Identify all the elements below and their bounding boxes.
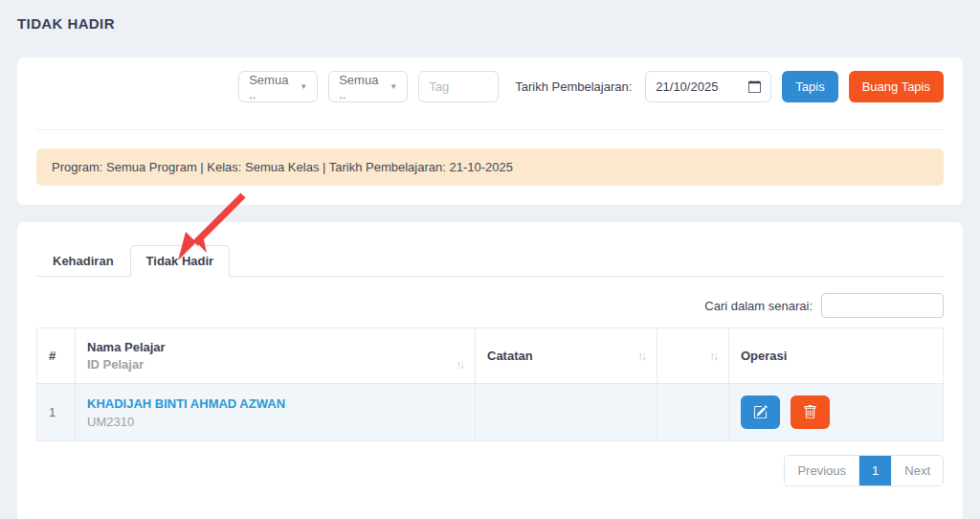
tapis-button[interactable]: Tapis (782, 71, 837, 102)
pagination-page-1[interactable]: 1 (858, 456, 891, 485)
attendance-card: Kehadiran Tidak Hadir Cari dalam senarai… (17, 222, 963, 519)
pencil-square-icon (753, 405, 768, 419)
row-index: 1 (37, 384, 76, 441)
row-blank-cell (657, 384, 729, 441)
filter-row: Semua .. ▼ Semua .. ▼ Tarikh Pembelajara… (36, 71, 944, 102)
student-name-link[interactable]: KHADIJAH BINTI AHMAD AZWAN (87, 396, 285, 411)
header-name-primary: Nama Pelajar (87, 340, 166, 354)
row-student-cell: KHADIJAH BINTI AHMAD AZWAN UM2310 (76, 384, 476, 441)
absent-table: # Nama Pelajar ID Pelajar ↑↓ Catatan (36, 327, 944, 441)
row-operations-cell (729, 384, 944, 441)
filter-summary-alert: Program: Semua Program | Kelas: Semua Ke… (36, 148, 944, 186)
header-operations: Operasi (729, 328, 944, 384)
search-label: Cari dalam senarai: (704, 299, 813, 313)
header-blank[interactable]: ↑↓ (657, 328, 729, 384)
header-name[interactable]: Nama Pelajar ID Pelajar ↑↓ (76, 328, 476, 384)
row-notes-cell (476, 384, 657, 441)
header-index: # (37, 328, 76, 384)
tab-tidak-hadir[interactable]: Tidak Hadir (130, 245, 231, 277)
pagination-previous[interactable]: Previous (785, 456, 858, 485)
sort-icon: ↑↓ (456, 358, 463, 372)
date-input[interactable]: 21/10/2025 (645, 71, 771, 102)
tag-input[interactable] (418, 71, 499, 102)
edit-button[interactable] (741, 395, 780, 429)
pagination-row: Previous 1 Next (36, 455, 944, 486)
student-id: UM2310 (87, 415, 463, 429)
table-row: 1 KHADIJAH BINTI AHMAD AZWAN UM2310 (37, 384, 944, 441)
divider (36, 129, 944, 130)
search-row: Cari dalam senarai: (36, 293, 944, 318)
chevron-down-icon: ▼ (300, 82, 307, 91)
delete-button[interactable] (791, 395, 830, 429)
header-notes[interactable]: Catatan ↑↓ (476, 328, 657, 384)
kelas-select-value: Semua .. (339, 73, 384, 102)
pagination-next[interactable]: Next (891, 456, 943, 485)
header-name-secondary: ID Pelajar (87, 357, 166, 372)
sort-icon: ↑↓ (637, 350, 645, 363)
trash-icon (803, 405, 817, 419)
page-title: TIDAK HADIR (17, 15, 963, 32)
program-select[interactable]: Semua .. ▼ (238, 71, 318, 102)
table-header-row: # Nama Pelajar ID Pelajar ↑↓ Catatan (37, 328, 944, 384)
calendar-icon (748, 80, 761, 93)
program-select-value: Semua .. (249, 73, 294, 102)
page: TIDAK HADIR Semua .. ▼ Semua .. ▼ Tarikh… (0, 0, 980, 519)
chevron-down-icon: ▼ (390, 82, 397, 91)
kelas-select[interactable]: Semua .. ▼ (328, 71, 408, 102)
filter-card: Semua .. ▼ Semua .. ▼ Tarikh Pembelajara… (17, 57, 963, 205)
date-label: Tarikh Pembelajaran: (515, 79, 632, 94)
tab-bar: Kehadiran Tidak Hadir (36, 245, 944, 277)
pagination: Previous 1 Next (784, 455, 944, 486)
sort-icon: ↑↓ (709, 350, 717, 363)
tab-kehadiran[interactable]: Kehadiran (36, 245, 130, 277)
date-value: 21/10/2025 (656, 79, 718, 94)
search-input[interactable] (821, 293, 944, 318)
buang-tapis-button[interactable]: Buang Tapis (849, 71, 944, 102)
